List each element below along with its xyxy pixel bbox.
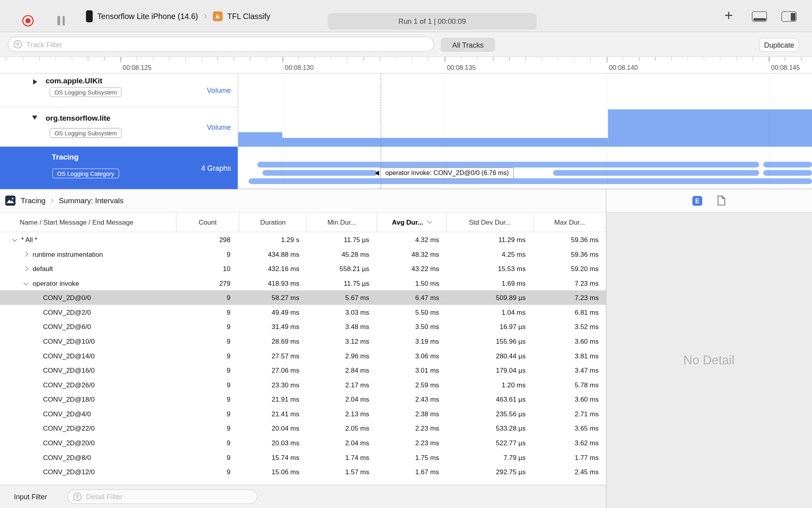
extended-detail-toggle[interactable]: E (692, 196, 702, 206)
track-row-tensorflow[interactable]: org.tensorflow.lite OS Logging Subsystem… (0, 107, 238, 146)
track-chart-area[interactable]: operator invoke: CONV_2D@0/0 (6.76 ms) (238, 73, 812, 189)
table-row[interactable]: operator invoke 279 418.93 ms 11.75 µs 1… (0, 276, 606, 291)
table-row[interactable]: runtime instrumentation 9 434.88 ms 45.2… (0, 247, 606, 262)
track-filter-input[interactable] (25, 40, 428, 49)
row-name-cell: default (0, 265, 176, 273)
row-duration: 27.06 ms (239, 366, 306, 374)
table-row[interactable]: CONV_2D@10/0 9 28.69 ms 3.12 ms 3.19 ms … (0, 334, 606, 348)
right-pane-toggle[interactable] (781, 12, 797, 22)
process-name[interactable]: TFL Classify (227, 12, 270, 20)
disclosure-expanded-icon[interactable] (32, 115, 37, 119)
pane-divider[interactable] (606, 189, 606, 508)
column-header-count[interactable]: Count (176, 213, 239, 232)
table-row[interactable]: default 10 432.16 ms 558.21 µs 43.22 ms … (0, 261, 606, 276)
row-name: CONV_2D@26/0 (43, 381, 94, 389)
table-row[interactable]: CONV_2D@2/0 9 49.49 ms 3.03 ms 5.50 ms 1… (0, 305, 606, 319)
table-row[interactable]: CONV_2D@4/0 9 21.41 ms 2.13 ms 2.38 ms 2… (0, 406, 606, 421)
timeline-ruler[interactable]: 00:08.12500:08.13000:08.13500:08.14000:0… (0, 57, 812, 74)
table-row[interactable]: CONV_2D@22/0 9 20.04 ms 2.05 ms 2.23 ms … (0, 421, 606, 436)
track-meta[interactable]: Volume (207, 86, 231, 94)
duplicate-button[interactable]: Duplicate (759, 38, 799, 52)
column-header-max[interactable]: Max Dur... (533, 213, 606, 232)
column-header-std[interactable]: Std Dev Dur... (446, 213, 533, 232)
row-avg-duration: 6.47 ms (377, 294, 446, 302)
input-filter-label[interactable]: Input Filter (14, 485, 47, 508)
ruler-time-label: 00:08.140 (609, 64, 638, 71)
row-disclosure-icon[interactable] (12, 237, 17, 242)
row-name-cell: CONV_2D@4/0 (0, 410, 176, 418)
track-row-tracing-selected[interactable]: Tracing OS Logging Category 4 Graphs (0, 147, 238, 189)
table-row[interactable]: CONV_2D@14/0 9 27.57 ms 2.96 ms 3.06 ms … (0, 348, 606, 363)
table-row[interactable]: * All * 298 1.29 s 11.75 µs 4.32 ms 11.2… (0, 232, 606, 247)
row-stddev-duration: 522.77 µs (446, 439, 533, 447)
row-name-cell: CONV_2D@0/0 (0, 294, 176, 302)
pause-button[interactable] (57, 16, 65, 25)
detail-filter-input[interactable] (85, 492, 252, 502)
all-tracks-button[interactable]: All Tracks (441, 38, 495, 52)
row-stddev-duration: 533.28 µs (446, 424, 533, 432)
target-selector[interactable]: Tensorflow Lite iPhone (14.6) › TFL Clas… (86, 0, 270, 32)
disclosure-collapsed-icon[interactable] (33, 79, 37, 85)
row-disclosure-icon[interactable] (24, 252, 29, 256)
record-button[interactable] (22, 15, 34, 27)
row-disclosure-icon[interactable] (24, 281, 29, 285)
table-row[interactable]: CONV_2D@16/0 9 27.06 ms 2.84 ms 3.01 ms … (0, 363, 606, 377)
table-row[interactable]: CONV_2D@8/0 9 15.74 ms 1.74 ms 1.75 ms 7… (0, 450, 606, 465)
table-row[interactable]: CONV_2D@18/0 9 21.91 ms 2.04 ms 2.43 ms … (0, 392, 606, 406)
breadcrumb-page[interactable]: Summary: Intervals (59, 196, 123, 205)
filter-icon (13, 40, 22, 49)
track-filter-field[interactable] (8, 37, 434, 52)
row-count: 9 (176, 323, 239, 331)
row-name: CONV_2D@0/0 (43, 294, 91, 302)
row-stddev-duration: 1.69 ms (446, 279, 533, 287)
row-name: CONV_2D@10/0 (43, 337, 94, 345)
column-header-min[interactable]: Min Dur... (306, 213, 376, 232)
row-avg-duration: 2.43 ms (377, 395, 446, 403)
track-badge: OS Logging Category (52, 168, 119, 178)
row-duration: 1.29 s (239, 236, 306, 244)
row-min-duration: 3.48 ms (306, 323, 376, 331)
detail-filter-field[interactable] (67, 489, 257, 504)
iphone-device-icon (86, 10, 93, 22)
row-name: CONV_2D@12/0 (43, 468, 94, 476)
chevron-right-icon: › (204, 10, 207, 21)
document-icon[interactable] (717, 195, 726, 206)
row-disclosure-icon[interactable] (24, 266, 29, 271)
table-row[interactable]: CONV_2D@12/0 9 15.06 ms 1.57 ms 1.67 ms … (0, 464, 606, 479)
row-stddev-duration: 292.75 µs (446, 468, 533, 476)
table-row[interactable]: CONV_2D@6/0 9 31.49 ms 3.48 ms 3.50 ms 1… (0, 319, 606, 334)
interval-bar[interactable] (262, 170, 377, 175)
intervals-table[interactable]: * All * 298 1.29 s 11.75 µs 4.32 ms 11.2… (0, 232, 606, 485)
add-instrument-button[interactable]: + (724, 7, 733, 24)
row-avg-duration: 1.75 ms (377, 453, 446, 461)
row-name-cell: CONV_2D@12/0 (0, 468, 176, 476)
row-name: default (33, 265, 53, 273)
interval-bar[interactable] (249, 178, 812, 184)
device-name[interactable]: Tensorflow Lite iPhone (14.6) (98, 12, 198, 20)
table-row[interactable]: CONV_2D@20/0 9 20.03 ms 2.04 ms 2.23 ms … (0, 435, 606, 450)
table-row[interactable]: CONV_2D@26/0 9 23.30 ms 2.17 ms 2.59 ms … (0, 377, 606, 392)
bottom-pane-toggle[interactable] (752, 12, 767, 22)
row-min-duration: 2.17 ms (306, 381, 376, 389)
row-name: CONV_2D@6/0 (43, 323, 91, 331)
row-name: * All * (21, 236, 38, 244)
row-count: 9 (176, 250, 239, 258)
track-meta[interactable]: Volume (207, 123, 231, 131)
track-row-uikit[interactable]: com.apple.UIKit OS Logging Subsystem Vol… (0, 73, 238, 107)
row-duration: 15.06 ms (239, 468, 306, 476)
column-header-name[interactable]: Name / Start Message / End Message (0, 213, 176, 232)
interval-bar[interactable] (553, 170, 759, 175)
column-header-duration[interactable]: Duration (239, 213, 306, 232)
row-name-cell: CONV_2D@8/0 (0, 453, 176, 461)
column-header-avg[interactable]: Avg Dur... (377, 213, 446, 232)
track-meta[interactable]: 4 Graphs (201, 164, 231, 172)
row-max-duration: 3.60 ms (533, 395, 606, 403)
interval-bar[interactable] (763, 162, 812, 167)
row-count: 9 (176, 294, 239, 302)
row-duration: 418.93 ms (239, 279, 306, 287)
breadcrumb-root[interactable]: Tracing (21, 196, 45, 205)
table-row[interactable]: CONV_2D@0/0 9 58.27 ms 5.67 ms 6.47 ms 5… (0, 290, 606, 305)
interval-bar[interactable] (257, 162, 759, 167)
interval-bar[interactable] (763, 170, 812, 175)
ruler-major-tick (283, 57, 283, 63)
